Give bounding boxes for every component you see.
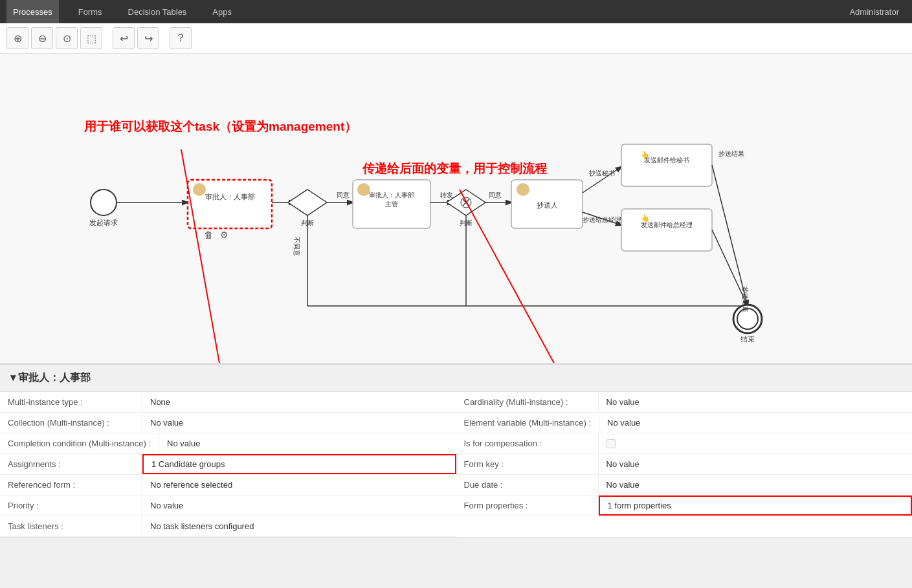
- svg-text:抄送结果: 抄送结果: [718, 150, 744, 157]
- annotation-text-1: 用于谁可以获取这个task（设置为management）: [84, 118, 357, 135]
- top-navigation: Processes Forms Decision Tables Apps Adm…: [0, 0, 912, 23]
- compensation-checkbox[interactable]: [606, 439, 616, 448]
- prop-row-referenced-form: Referenced form : No reference selected: [0, 475, 456, 495]
- prop-label-referenced-form: Referenced form :: [0, 475, 142, 495]
- prop-value-assignments[interactable]: 1 Candidate groups: [142, 454, 456, 474]
- diagram-toolbar: ⊕ ⊖ ⊙ ⬚ ↩ ↪ ?: [0, 23, 912, 54]
- prop-value-multi-instance-type: None: [142, 392, 456, 412]
- properties-header: ▾ 审批人：人事部: [0, 364, 912, 392]
- svg-text:审批人：人事部: 审批人：人事部: [205, 193, 255, 201]
- prop-value-referenced-form: No reference selected: [142, 475, 456, 495]
- nav-apps[interactable]: Apps: [206, 0, 238, 23]
- prop-label-task-listeners: Task listeners :: [0, 516, 142, 536]
- properties-left-col: Multi-instance type : None Collection (M…: [0, 392, 456, 537]
- undo-button[interactable]: ↩: [113, 27, 135, 49]
- prop-label-completion: Completion condition (Multi-instance) :: [0, 433, 159, 453]
- prop-row-is-compensation: Is for compensation :: [456, 433, 913, 454]
- svg-point-1: [91, 190, 117, 215]
- prop-value-form-properties[interactable]: 1 form properties: [599, 495, 913, 516]
- svg-text:结束: 结束: [740, 335, 755, 343]
- svg-text:主管: 主管: [385, 201, 398, 208]
- prop-label-form-properties: Form properties :: [456, 495, 599, 516]
- properties-section: ▾ 审批人：人事部 Multi-instance type : None Col…: [0, 364, 912, 538]
- svg-point-5: [193, 183, 206, 196]
- prop-row-collection: Collection (Multi-instance) : No value: [0, 413, 456, 433]
- nav-decision-tables[interactable]: Decision Tables: [122, 0, 194, 23]
- svg-text:抄送人: 抄送人: [537, 201, 558, 209]
- annotation-text-2: 传递给后面的变量，用于控制流程: [362, 160, 547, 177]
- svg-text:发送邮件给秘书: 发送邮件给秘书: [644, 157, 689, 164]
- nav-forms[interactable]: Forms: [72, 0, 109, 23]
- prop-label-priority: Priority :: [0, 495, 142, 516]
- svg-text:同意: 同意: [337, 191, 350, 199]
- prop-value-due-date: No value: [599, 475, 913, 495]
- zoom-fit-button[interactable]: ⊙: [56, 27, 78, 49]
- prop-row-multi-instance-type: Multi-instance type : None: [0, 392, 456, 413]
- prop-value-cardinality: No value: [599, 392, 913, 412]
- bpmn-diagram: 发起请求 审批人：人事部 🗑 ⚙ 判断 同意 不同意 审批人：人事部 主管: [0, 54, 912, 364]
- svg-text:发送邮件给总经理: 发送邮件给总经理: [641, 221, 693, 228]
- prop-value-collection: No value: [142, 413, 456, 433]
- prop-value-completion: No value: [159, 433, 456, 453]
- prop-row-due-date: Due date : No value: [456, 475, 913, 495]
- prop-value-form-key: No value: [599, 454, 913, 474]
- svg-text:转发: 转发: [440, 191, 453, 199]
- prop-value-is-compensation[interactable]: [599, 433, 913, 453]
- prop-label-collection: Collection (Multi-instance) :: [0, 413, 142, 433]
- help-button[interactable]: ?: [170, 27, 192, 49]
- redo-button[interactable]: ↪: [137, 27, 159, 49]
- user-info: Administrator: [843, 7, 906, 17]
- svg-text:审批人：人事部: 审批人：人事部: [369, 191, 414, 199]
- prop-row-assignments: Assignments : 1 Candidate groups: [0, 454, 456, 475]
- svg-point-31: [517, 183, 529, 196]
- svg-text:同意: 同意: [489, 191, 502, 199]
- svg-text:抄送结束: 抄送结束: [742, 287, 749, 312]
- prop-label-assignments: Assignments :: [0, 454, 142, 474]
- properties-right-col: Cardinality (Multi-instance) : No value …: [456, 392, 913, 537]
- svg-rect-37: [621, 144, 712, 186]
- svg-text:不同意: 不同意: [293, 237, 300, 256]
- svg-text:抄送秘书: 抄送秘书: [589, 169, 615, 177]
- prop-row-priority: Priority : No value: [0, 495, 456, 516]
- prop-row-form-key: Form key : No value: [456, 454, 913, 475]
- prop-label-multi-instance-type: Multi-instance type :: [0, 392, 142, 412]
- prop-row-completion: Completion condition (Multi-instance) : …: [0, 433, 456, 454]
- prop-value-task-listeners: No task listeners configured: [142, 516, 456, 536]
- prop-row-task-listeners: Task listeners : No task listeners confi…: [0, 516, 456, 537]
- prop-row-cardinality: Cardinality (Multi-instance) : No value: [456, 392, 913, 413]
- svg-text:⚙: ⚙: [220, 230, 228, 240]
- prop-row-form-properties: Form properties : 1 form properties: [456, 495, 913, 516]
- properties-grid: Multi-instance type : None Collection (M…: [0, 392, 912, 538]
- prop-value-element-variable: No value: [599, 413, 912, 433]
- prop-row-element-variable: Element variable (Multi-instance) : No v…: [456, 413, 913, 433]
- zoom-in-button[interactable]: ⊕: [6, 27, 28, 49]
- zoom-out-button[interactable]: ⊖: [31, 27, 53, 49]
- svg-text:发起请求: 发起请求: [89, 219, 118, 226]
- prop-label-form-key: Form key :: [456, 454, 599, 474]
- prop-label-element-variable: Element variable (Multi-instance) :: [456, 413, 600, 433]
- zoom-select-button[interactable]: ⬚: [80, 27, 102, 49]
- svg-point-17: [357, 183, 370, 196]
- canvas-area[interactable]: 发起请求 审批人：人事部 🗑 ⚙ 判断 同意 不同意 审批人：人事部 主管: [0, 54, 912, 364]
- prop-label-due-date: Due date :: [456, 475, 599, 495]
- prop-label-cardinality: Cardinality (Multi-instance) :: [456, 392, 599, 412]
- prop-value-priority: No value: [142, 495, 456, 516]
- nav-processes[interactable]: Processes: [6, 0, 59, 23]
- svg-text:🗑: 🗑: [204, 230, 213, 240]
- svg-text:抄送给总经理: 抄送给总经理: [583, 216, 621, 223]
- svg-rect-41: [621, 209, 712, 251]
- prop-label-is-compensation: Is for compensation :: [456, 433, 599, 453]
